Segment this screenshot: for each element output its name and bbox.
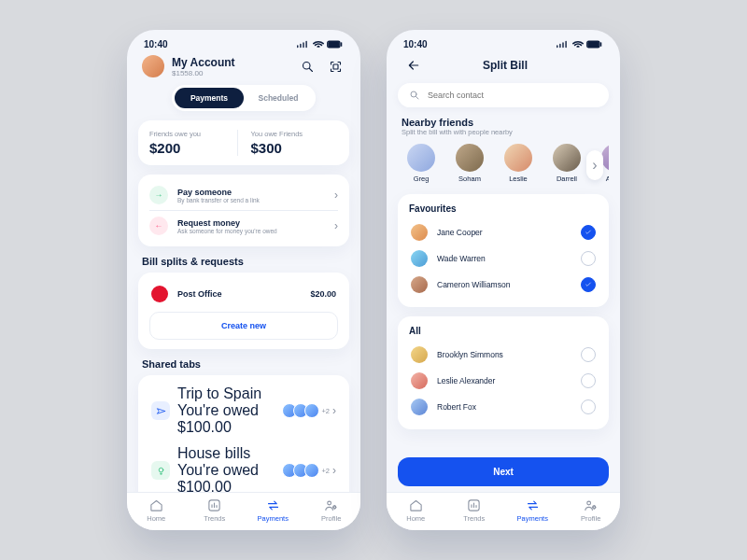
nearby-friends-row[interactable]: Greg Soham Leslie Darrell Arthur — [398, 136, 609, 194]
battery-icon — [327, 40, 344, 49]
scan-button[interactable] — [325, 56, 345, 77]
checkbox[interactable] — [581, 373, 596, 388]
nearby-friend[interactable]: Greg — [402, 144, 441, 183]
avatar — [553, 144, 581, 172]
tab-trends[interactable]: Trends — [186, 498, 245, 523]
contact-row[interactable]: Robert Fox — [409, 394, 598, 420]
chevron-right-icon: › — [332, 404, 336, 417]
shared-row[interactable]: House bills You're owed $100.00 +2 › — [149, 441, 338, 492]
tab-payments[interactable]: Payments — [503, 498, 562, 523]
tab-payments[interactable]: Payments — [175, 88, 244, 108]
bills-card: Post Office $20.00 Create new — [138, 273, 349, 349]
pay-someone-row[interactable]: → Pay someone By bank transfer or send a… — [149, 180, 338, 210]
page-title: Split Bill — [424, 59, 586, 72]
nearby-header: Nearby friends Split the bill with with … — [398, 117, 609, 136]
svg-point-6 — [328, 501, 331, 505]
you-owe-friends-amount: $300 — [251, 140, 339, 156]
top-bar: Split Bill — [398, 51, 609, 83]
checkbox[interactable] — [581, 399, 596, 414]
checkbox[interactable] — [581, 277, 596, 292]
tab-profile[interactable]: Profile — [562, 498, 621, 523]
avatar[interactable] — [142, 55, 164, 77]
friends-owe-you-amount: $200 — [149, 140, 237, 156]
favourites-card: Favourites Jane Cooper Wade Warren Camer… — [398, 194, 609, 307]
tab-profile[interactable]: Profile — [303, 498, 361, 523]
svg-point-10 — [411, 91, 416, 97]
contact-row[interactable]: Leslie Alexander — [409, 368, 598, 394]
bills-section-title: Bill splits & requests — [138, 256, 349, 273]
status-time: 10:40 — [144, 39, 168, 49]
create-new-button[interactable]: Create new — [149, 312, 338, 340]
page-title: My Account — [172, 56, 289, 69]
plane-icon — [151, 401, 170, 420]
actions-card: → Pay someone By bank transfer or send a… — [138, 175, 349, 246]
svg-point-4 — [159, 468, 163, 472]
signal-icon — [297, 40, 310, 49]
scroll-next-button[interactable]: › — [586, 150, 603, 180]
home-icon — [149, 498, 163, 512]
search-button[interactable] — [297, 56, 317, 77]
tab-payments[interactable]: Payments — [244, 498, 303, 523]
chart-icon — [207, 498, 221, 512]
tab-trends[interactable]: Trends — [445, 498, 504, 523]
chart-icon — [467, 498, 481, 512]
shared-card: Trip to Spain You're owed $100.00 +2 › H… — [138, 375, 349, 492]
transfer-icon — [266, 498, 280, 512]
tab-bar: Home Trends Payments Profile — [387, 492, 620, 530]
avatar — [411, 372, 428, 389]
nearby-friend[interactable]: Darrell — [547, 144, 586, 183]
search-field[interactable] — [398, 83, 609, 107]
checkbox[interactable] — [581, 225, 596, 240]
chevron-right-icon: › — [334, 189, 338, 202]
chevron-right-icon: › — [332, 464, 336, 477]
owe-summary-card: Friends owe you $200 You owe Friends $30… — [138, 120, 349, 165]
search-input[interactable] — [426, 90, 598, 101]
phone-split-bill: 10:40 Split Bill Nearby friends Split th… — [387, 30, 620, 530]
contact-row[interactable]: Cameron Williamson — [409, 272, 598, 298]
back-button[interactable] — [403, 55, 424, 76]
svg-point-2 — [303, 62, 310, 69]
avatar — [411, 276, 428, 293]
search-icon — [409, 90, 420, 101]
phone-account: 10:40 My Account $1558.00 Payments Sched… — [127, 30, 360, 530]
contact-row[interactable]: Jane Cooper — [409, 219, 598, 245]
account-balance: $1558.00 — [172, 69, 289, 77]
wifi-icon — [572, 40, 584, 49]
checkbox[interactable] — [581, 347, 596, 362]
svg-rect-9 — [588, 42, 599, 46]
check-icon — [585, 229, 592, 236]
chevron-right-icon: › — [592, 157, 597, 174]
tab-bar: Home Trends Payments Profile — [127, 492, 360, 530]
request-money-row[interactable]: ← Request money Ask someone for money yo… — [149, 210, 338, 241]
avatar — [411, 224, 428, 241]
battery-icon — [586, 40, 603, 49]
tab-home[interactable]: Home — [387, 498, 445, 523]
nearby-friend[interactable]: Soham — [450, 144, 489, 183]
contact-row[interactable]: Brooklyn Simmons — [409, 342, 598, 368]
qr-scan-icon — [329, 60, 343, 74]
avatar — [411, 346, 428, 363]
friends-owe-you-label: Friends owe you — [149, 130, 237, 138]
status-indicators — [557, 40, 603, 49]
shared-row[interactable]: Trip to Spain You're owed $100.00 +2 › — [149, 381, 338, 441]
search-icon — [301, 60, 315, 74]
svg-rect-3 — [333, 64, 338, 69]
post-office-icon — [151, 286, 168, 302]
avatar — [456, 144, 484, 172]
avatar — [504, 144, 532, 172]
check-icon — [585, 281, 592, 288]
checkbox[interactable] — [581, 251, 596, 266]
tab-home[interactable]: Home — [127, 498, 186, 523]
bulb-icon — [151, 461, 170, 480]
chevron-right-icon: › — [334, 219, 338, 232]
nearby-friend[interactable]: Leslie — [499, 144, 538, 183]
wifi-icon — [313, 40, 324, 49]
arrow-right-icon: → — [149, 186, 168, 204]
status-indicators — [297, 40, 344, 49]
tab-scheduled[interactable]: Scheduled — [244, 88, 313, 108]
bill-row[interactable]: Post Office $20.00 — [149, 282, 338, 312]
avatar — [407, 144, 435, 172]
all-card: All Brooklyn Simmons Leslie Alexander Ro… — [398, 316, 609, 429]
next-button[interactable]: Next — [398, 457, 609, 486]
contact-row[interactable]: Wade Warren — [409, 245, 598, 272]
